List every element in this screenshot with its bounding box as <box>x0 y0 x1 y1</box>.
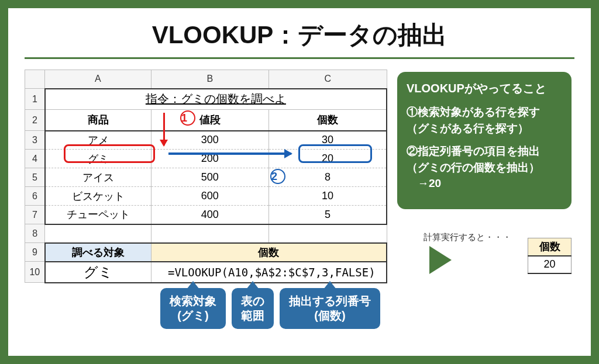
callout-text: (個数) <box>314 309 345 322</box>
result-mini-table: 個数 20 <box>528 238 572 274</box>
col-header-B: B <box>151 70 268 89</box>
panel-step2: ②指定列番号の項目を抽出 （グミの行の個数を抽出） →20 <box>407 143 562 192</box>
panel-step1: ①検索対象がある行を探す （グミがある行を探す） <box>407 104 562 136</box>
cell-C7: 5 <box>269 206 387 224</box>
result-caption: 計算実行すると・・・ <box>424 232 511 243</box>
formula-callouts: 検索対象 (グミ) 表の 範囲 抽出する列番号 (個数) <box>160 288 380 329</box>
cell-A6: ビスケット <box>45 187 151 206</box>
row-header-3: 3 <box>25 131 45 150</box>
cell-C8 <box>269 224 387 243</box>
cell-B7: 400 <box>151 206 268 224</box>
lookup-header-target: 調べる対象 <box>45 243 151 262</box>
cell-A10: グミ <box>45 262 151 283</box>
cell-B6: 600 <box>151 187 268 206</box>
panel-text: ①検索対象がある行を探す <box>407 106 540 118</box>
title-divider <box>25 57 574 59</box>
callout-col-index: 抽出する列番号 (個数) <box>280 288 380 329</box>
result-header: 個数 <box>528 238 572 256</box>
row-header-1: 1 <box>25 89 45 110</box>
cell-A7: チューペット <box>45 206 151 224</box>
cell-A5: アイス <box>45 168 151 187</box>
page-title: VLOOKUP：データの抽出 <box>8 19 591 51</box>
header-product: 商品 <box>45 110 151 131</box>
cell-A8 <box>45 224 151 243</box>
row-header-6: 6 <box>25 187 45 206</box>
callout-text: 抽出する列番号 <box>289 294 371 307</box>
row-header-8: 8 <box>25 224 45 243</box>
arrow-right-blue <box>168 152 291 155</box>
cell-A4: グミ <box>45 150 151 168</box>
cell-B8 <box>151 224 268 243</box>
row-header-5: 5 <box>25 168 45 187</box>
marker-2-icon: 2 <box>270 169 285 184</box>
callout-table-range: 表の 範囲 <box>232 288 274 329</box>
grid-corner <box>25 70 45 89</box>
callout-text: (グミ) <box>177 309 208 322</box>
panel-text: ②指定列番号の項目を抽出 <box>407 145 540 157</box>
col-header-A: A <box>45 70 151 89</box>
panel-text: （グミの行の個数を抽出） <box>407 161 540 174</box>
explanation-panel: VLOOKUPがやってること ①検索対象がある行を探す （グミがある行を探す） … <box>397 72 572 209</box>
slide-frame: VLOOKUP：データの抽出 A B C 1 指令：グミの個数を調べよ 2 商品… <box>0 0 599 364</box>
result-value: 20 <box>528 256 572 273</box>
cell-A3: アメ <box>45 131 151 150</box>
play-triangle-icon <box>429 246 452 274</box>
callout-lookup-value: 検索対象 (グミ) <box>160 288 226 329</box>
lookup-header-qty: 個数 <box>151 243 387 262</box>
cell-C5: 8 <box>269 168 387 187</box>
row-header-7: 7 <box>25 206 45 224</box>
panel-text: （グミがある行を探す） <box>407 122 529 134</box>
arrow-down-red <box>163 113 165 145</box>
panel-title: VLOOKUPがやってること <box>407 80 562 97</box>
cell-C6: 10 <box>269 187 387 206</box>
callout-text: 検索対象 <box>170 294 216 307</box>
col-header-C: C <box>269 70 387 89</box>
panel-text: →20 <box>407 177 441 189</box>
callout-text: 範囲 <box>241 309 264 322</box>
row-header-9: 9 <box>25 243 45 262</box>
marker-1-icon: 1 <box>180 110 195 126</box>
spreadsheet: A B C 1 指令：グミの個数を調べよ 2 商品 値段 個数 3 アメ <box>25 70 387 283</box>
cell-B3: 300 <box>151 131 268 150</box>
header-qty: 個数 <box>269 110 387 131</box>
row-header-10: 10 <box>25 262 45 283</box>
callout-text: 表の <box>241 294 264 307</box>
row-header-4: 4 <box>25 150 45 168</box>
cell-C3: 30 <box>269 131 387 150</box>
row-header-2: 2 <box>25 110 45 131</box>
instruction-cell: 指令：グミの個数を調べよ <box>45 89 387 110</box>
spreadsheet-grid: A B C 1 指令：グミの個数を調べよ 2 商品 値段 個数 3 アメ <box>25 70 387 283</box>
cell-B5: 500 <box>151 168 268 187</box>
header-price: 値段 <box>151 110 268 131</box>
cell-formula: =VLOOKUP(A10,$A$2:$C$7,3,FALSE) <box>151 262 387 283</box>
